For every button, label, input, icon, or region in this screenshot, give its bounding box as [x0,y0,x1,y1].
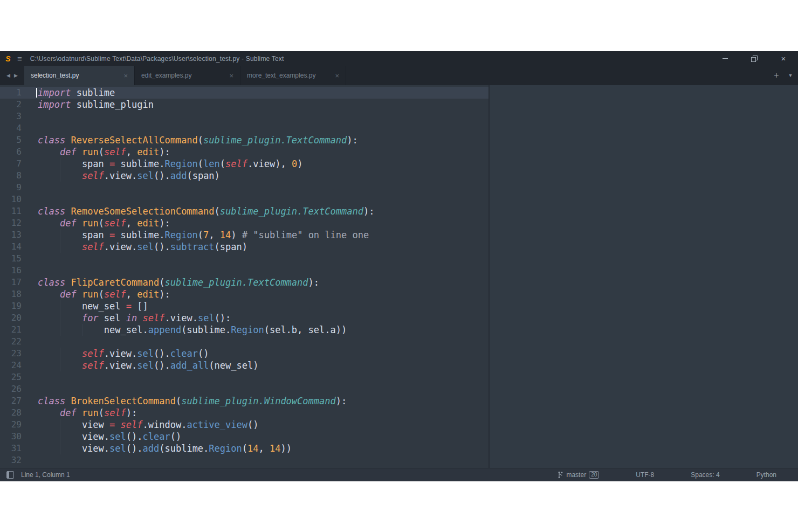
code-line-31[interactable]: 31 view.sel().add(sublime.Region(14, 14)… [0,443,489,454]
line-number: 8 [0,170,22,182]
tab-more_text_examples-py[interactable]: more_text_examples.py× [240,66,346,85]
tab-label: edit_examples.py [141,72,226,79]
tab-nav-arrows: ◀ ▶ [0,66,24,85]
code-text: class ReverseSelectAllCommand(sublime_pl… [38,134,358,146]
code-line-18[interactable]: 18 def run(self, edit): [0,288,489,300]
empty-editor-group[interactable] [489,85,798,468]
line-number: 30 [0,431,22,443]
tab-selection_test-py[interactable]: selection_test.py× [24,66,135,85]
indentation-status[interactable]: Spaces: 4 [691,471,719,479]
code-line-13[interactable]: 13 span = sublime.Region(7, 14) # "subli… [0,229,489,241]
new-tab-button[interactable]: + [770,66,783,85]
code-line-27[interactable]: 27class BrokenSelectCommand(sublime_plug… [0,395,489,407]
code-area[interactable]: 1import sublime2import sublime_plugin345… [0,85,489,468]
indent-guide [60,158,60,170]
line-number: 24 [0,360,22,371]
code-text: self.view.sel().add(span) [38,170,220,182]
code-line-2[interactable]: 2import sublime_plugin [0,99,489,110]
code-line-28[interactable]: 28 def run(self): [0,407,489,419]
code-line-24[interactable]: 24 self.view.sel().add_all(new_sel) [0,360,489,371]
indent-guide [60,229,60,241]
tabbar-spacer [346,66,770,85]
tab-overflow-button[interactable]: ▼ [783,66,798,85]
maximize-button[interactable] [740,51,769,66]
git-count-badge: 20 [589,471,599,479]
line-number: 19 [0,300,22,312]
code-line-14[interactable]: 14 self.view.sel().subtract(span) [0,241,489,253]
line-number: 31 [0,443,22,454]
close-button[interactable]: × [769,51,798,66]
tab-edit_examples-py[interactable]: edit_examples.py× [135,66,240,85]
git-branch-name: master [566,471,586,479]
code-text: span = sublime.Region(7, 14) # "sublime"… [38,229,369,241]
code-text: import sublime [38,87,115,99]
title-bar[interactable]: S ≡ C:\Users\odatnurd\Sublime Text\Data\… [0,51,798,66]
line-number: 29 [0,419,22,431]
hamburger-menu-icon[interactable]: ≡ [17,54,22,63]
code-text: def run(self, edit): [38,288,170,300]
code-line-32[interactable]: 32 [0,454,489,466]
line-number: 21 [0,324,22,336]
code-line-16[interactable]: 16 [0,265,489,277]
code-line-19[interactable]: 19 new_sel = [] [0,300,489,312]
tab-close-icon[interactable]: × [335,72,339,80]
code-line-7[interactable]: 7 span = sublime.Region(len(self.view), … [0,158,489,170]
code-line-22[interactable]: 22 [0,336,489,348]
line-number: 18 [0,288,22,300]
code-text: for sel in self.view.sel(): [38,312,231,324]
code-text: class RemoveSomeSelectionCommand(sublime… [38,205,374,217]
line-number: 28 [0,407,22,419]
tab-close-icon[interactable]: × [123,72,128,80]
panel-toggle-icon[interactable] [6,471,14,479]
editor-area: 1import sublime2import sublime_plugin345… [0,85,798,468]
tab-close-icon[interactable]: × [229,72,233,80]
tab-strip: selection_test.py×edit_examples.py×more_… [24,66,346,85]
code-line-10[interactable]: 10 [0,194,489,205]
code-text: self.view.sel().clear() [38,348,209,360]
tab-bar: ◀ ▶ selection_test.py×edit_examples.py×m… [0,66,798,85]
indent-guide [60,312,60,324]
line-number: 32 [0,454,22,466]
code-text: def run(self, edit): [38,217,170,229]
code-line-11[interactable]: 11class RemoveSomeSelectionCommand(subli… [0,205,489,217]
restore-icon [751,56,758,62]
line-number: 11 [0,205,22,217]
code-line-6[interactable]: 6 def run(self, edit): [0,146,489,158]
code-line-25[interactable]: 25 [0,371,489,383]
minimize-button[interactable] [711,51,740,66]
line-number: 4 [0,122,22,134]
code-line-21[interactable]: 21 new_sel.append(sublime.Region(sel.b, … [0,324,489,336]
code-line-3[interactable]: 3 [0,110,489,122]
code-line-15[interactable]: 15 [0,253,489,265]
cursor-position[interactable]: Line 1, Column 1 [21,471,70,479]
code-line-5[interactable]: 5class ReverseSelectAllCommand(sublime_p… [0,134,489,146]
code-line-17[interactable]: 17class FlipCaretCommand(sublime_plugin.… [0,277,489,288]
code-line-23[interactable]: 23 self.view.sel().clear() [0,348,489,360]
indent-guide [60,431,60,443]
line-number: 20 [0,312,22,324]
code-line-20[interactable]: 20 for sel in self.view.sel(): [0,312,489,324]
line-number: 23 [0,348,22,360]
code-line-4[interactable]: 4 [0,122,489,134]
window-title: C:\Users\odatnurd\Sublime Text\Data\Pack… [30,55,284,63]
sublime-text-window: S ≡ C:\Users\odatnurd\Sublime Text\Data\… [0,51,798,481]
line-number: 10 [0,194,22,205]
nav-forward-icon[interactable]: ▶ [14,73,18,78]
encoding-status[interactable]: UTF-8 [636,471,654,479]
line-number: 7 [0,158,22,170]
line-number: 9 [0,182,22,194]
indent-guide [60,360,60,371]
code-line-9[interactable]: 9 [0,182,489,194]
line-number: 2 [0,99,22,110]
code-line-30[interactable]: 30 view.sel().clear() [0,431,489,443]
code-text: import sublime_plugin [38,99,154,110]
code-line-1[interactable]: 1import sublime [0,87,489,99]
nav-back-icon[interactable]: ◀ [6,73,10,78]
git-status[interactable]: master 20 [558,471,599,479]
code-line-26[interactable]: 26 [0,383,489,395]
line-number: 26 [0,383,22,395]
code-line-29[interactable]: 29 view = self.window.active_view() [0,419,489,431]
code-line-12[interactable]: 12 def run(self, edit): [0,217,489,229]
syntax-status[interactable]: Python [756,471,776,479]
code-line-8[interactable]: 8 self.view.sel().add(span) [0,170,489,182]
